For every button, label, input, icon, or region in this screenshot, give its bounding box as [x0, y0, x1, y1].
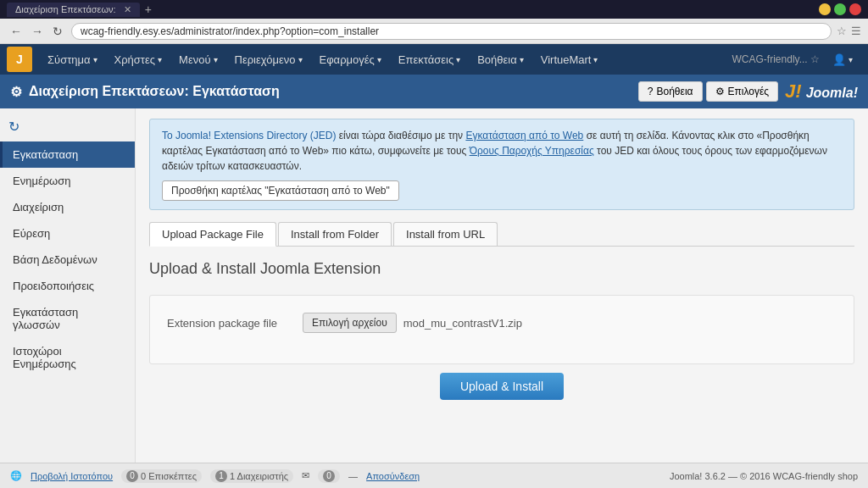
- joomla-brand-logo: J! Joomla!: [785, 80, 858, 103]
- sidebar-refresh-btn[interactable]: ↻: [0, 115, 135, 138]
- admins-badge: 1 1 Διαχειριστής: [210, 469, 293, 483]
- dash-separator: —: [348, 471, 358, 481]
- tab-close[interactable]: ✕: [124, 4, 131, 14]
- joomla-logo: J: [7, 47, 32, 72]
- chevron-down-icon: ▾: [214, 55, 218, 64]
- tab-upload-package[interactable]: Upload Package File: [149, 222, 276, 247]
- sidebar-item-egkatastasi-glosson[interactable]: Εγκατάσταση γλωσσών: [0, 299, 135, 338]
- footer: 🌐 Προβολή Ιστοτόπου 0 0 Επισκέπτες 1 1 Δ…: [0, 463, 868, 488]
- jed-info-box: Το Joomla! Extensions Directory (JED) εί…: [149, 119, 854, 210]
- jed-text-part1: Το Joomla! Extensions Directory (JED): [162, 130, 336, 141]
- nav-voitheia[interactable]: Βοήθεια ▾: [469, 44, 532, 75]
- chevron-down-icon: ▾: [158, 55, 162, 64]
- refresh-icon: ↻: [8, 119, 19, 134]
- messages-badge: 0: [318, 469, 340, 483]
- nav-epektaseis[interactable]: Επεκτάσεις ▾: [390, 44, 469, 75]
- sidebar: ↻ Εγκατάσταση Ενημέρωση Διαχείριση Εύρεσ…: [0, 108, 136, 463]
- upload-form: Extension package file Επιλογή αρχείου m…: [149, 295, 854, 364]
- nav-sistema[interactable]: Σύστημα ▾: [39, 44, 106, 75]
- chevron-down-icon: ▾: [377, 55, 381, 64]
- page-title: Διαχείριση Επεκτάσεων: Εγκατάσταση: [29, 84, 280, 99]
- chevron-down-icon: ▾: [298, 55, 303, 64]
- chevron-down-icon: ▾: [849, 55, 853, 64]
- selected-file-name: mod_mu_contrastV1.zip: [403, 317, 522, 330]
- address-icons: ☆ ☰: [837, 25, 861, 37]
- options-button[interactable]: ⚙ Επιλογές: [706, 81, 779, 102]
- visitors-badge: 0 0 Επισκέπτες: [121, 469, 202, 483]
- site-name: WCAG-friendly... ☆: [732, 53, 820, 65]
- title-bar: Διαχείριση Επεκτάσεων: ✕ +: [0, 0, 868, 19]
- chevron-down-icon: ▾: [456, 55, 460, 64]
- upload-section-title: Upload & Install Joomla Extension: [149, 260, 854, 278]
- sidebar-item-proeidopoiisis[interactable]: Προειδοποιήσεις: [0, 273, 135, 299]
- nav-virtuemart[interactable]: VirtueMart ▾: [532, 44, 607, 75]
- file-input-row: Extension package file Επιλογή αρχείου m…: [167, 313, 837, 333]
- reload-btn[interactable]: ↻: [49, 23, 66, 40]
- close-btn[interactable]: [849, 3, 861, 15]
- chevron-down-icon: ▾: [93, 55, 97, 64]
- sidebar-item-vasi[interactable]: Βάση Δεδομένων: [0, 247, 135, 273]
- upload-btn-row: Upload & Install: [149, 373, 854, 400]
- upload-install-button[interactable]: Upload & Install: [440, 373, 564, 400]
- earth-icon: 🌐: [10, 470, 22, 481]
- nav-xristes[interactable]: Χρήστες ▾: [106, 44, 171, 75]
- sidebar-item-enimerosi[interactable]: Ενημέρωση: [0, 168, 135, 194]
- tab-install-folder[interactable]: Install from Folder: [278, 222, 392, 246]
- sidebar-item-evresi[interactable]: Εύρεση: [0, 220, 135, 247]
- menu-icon[interactable]: ☰: [851, 25, 861, 37]
- help-icon: ?: [648, 86, 654, 97]
- address-bar: ← → ↻ ☆ ☰: [0, 19, 868, 44]
- breadcrumb-icon: ⚙: [10, 84, 22, 100]
- main-layout: ↻ Εγκατάσταση Ενημέρωση Διαχείριση Εύρεσ…: [0, 108, 868, 463]
- sidebar-item-diaxeirisi[interactable]: Διαχείριση: [0, 194, 135, 220]
- chevron-down-icon: ▾: [520, 55, 524, 64]
- url-input[interactable]: [71, 23, 832, 40]
- user-icon: 👤: [832, 53, 846, 66]
- maximize-btn[interactable]: [834, 3, 846, 15]
- version-info: Joomla! 3.6.2 — © 2016 WCAG-friendly sho…: [670, 471, 858, 481]
- new-tab-btn[interactable]: +: [145, 3, 152, 16]
- install-tabs: Upload Package File Install from Folder …: [149, 222, 854, 247]
- jed-link2[interactable]: Όρους Παροχής Υπηρεσίας: [470, 145, 594, 157]
- jed-text-part2: είναι τώρα διαθέσιμο με την: [339, 130, 466, 141]
- file-chooser-button[interactable]: Επιλογή αρχείου: [303, 313, 397, 333]
- nav-efarmogies[interactable]: Εφαρμογές ▾: [311, 44, 390, 75]
- sidebar-item-egkatastasi[interactable]: Εγκατάσταση: [0, 141, 135, 168]
- jed-add-tab-button[interactable]: Προσθήκη καρτέλας "Εγκατάσταση από το We…: [162, 180, 399, 201]
- chevron-down-icon: ▾: [593, 55, 598, 64]
- back-btn[interactable]: ←: [7, 23, 25, 40]
- nav-menou[interactable]: Μενού ▾: [170, 44, 225, 75]
- user-menu[interactable]: 👤 ▾: [824, 44, 861, 75]
- jed-link1[interactable]: Εγκατάσταση από το Web: [465, 130, 583, 141]
- email-icon: ✉: [302, 470, 309, 481]
- logout-link[interactable]: Αποσύνδεση: [366, 471, 420, 481]
- top-navigation: J Σύστημα ▾ Χρήστες ▾ Μενού ▾ Περιεχόμεν…: [0, 44, 868, 75]
- minimize-btn[interactable]: [819, 3, 831, 15]
- content-area: Το Joomla! Extensions Directory (JED) εί…: [136, 108, 868, 463]
- forward-btn[interactable]: →: [28, 23, 47, 40]
- tab-label: Διαχείριση Επεκτάσεων:: [15, 4, 116, 14]
- breadcrumb-bar: ⚙ Διαχείριση Επεκτάσεων: Εγκατάσταση ? Β…: [0, 75, 868, 108]
- help-button[interactable]: ? Βοήθεια: [638, 81, 703, 102]
- preview-site-link[interactable]: Προβολή Ιστοτόπου: [31, 471, 113, 481]
- bookmark-icon[interactable]: ☆: [837, 25, 847, 37]
- gear-icon: ⚙: [715, 86, 725, 97]
- sidebar-item-istoxoroi[interactable]: Ιστοχώροι Ενημέρωσης: [0, 338, 135, 377]
- file-label: Extension package file: [167, 317, 303, 330]
- nav-periexomeno[interactable]: Περιεχόμενο ▾: [226, 44, 311, 75]
- browser-tab[interactable]: Διαχείριση Επεκτάσεων: ✕: [7, 3, 140, 17]
- tab-install-url[interactable]: Install from URL: [393, 222, 498, 246]
